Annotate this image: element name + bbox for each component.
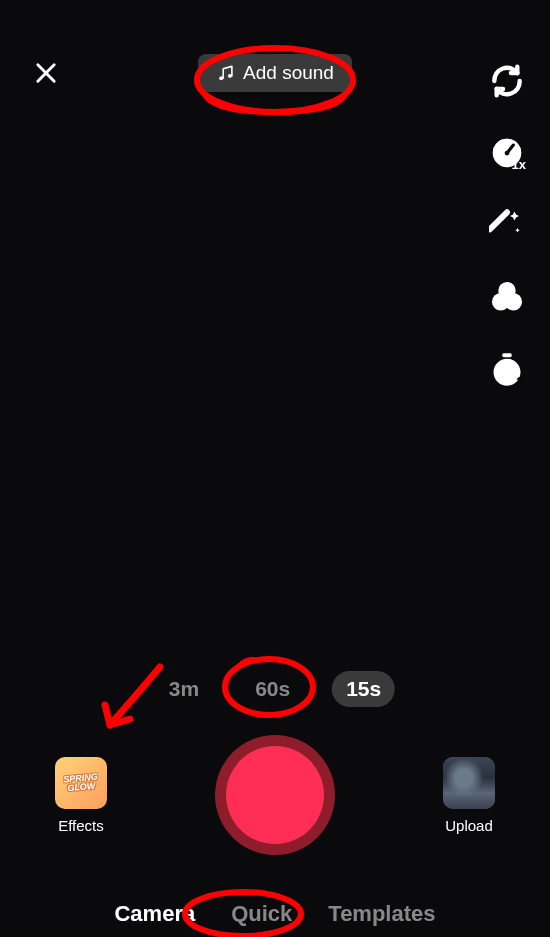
svg-point-1 bbox=[228, 73, 232, 77]
timer-label: 3 bbox=[516, 374, 524, 390]
upload-label: Upload bbox=[445, 817, 493, 834]
svg-rect-5 bbox=[489, 208, 511, 233]
mode-quick[interactable]: Quick bbox=[231, 901, 292, 927]
flip-icon bbox=[488, 62, 526, 100]
timer-button[interactable]: 3 bbox=[486, 348, 528, 390]
record-button-inner bbox=[226, 746, 324, 844]
duration-15s[interactable]: 15s bbox=[332, 671, 395, 707]
record-button[interactable] bbox=[215, 735, 335, 855]
music-icon bbox=[216, 64, 235, 83]
upload-thumbnail bbox=[443, 757, 495, 809]
close-button[interactable] bbox=[28, 55, 64, 91]
beauty-button[interactable] bbox=[486, 204, 528, 246]
flip-camera-button[interactable] bbox=[486, 60, 528, 102]
mode-tabs: Camera Quick Templates bbox=[0, 901, 550, 927]
speed-button[interactable]: 1x bbox=[486, 132, 528, 174]
svg-point-0 bbox=[219, 76, 223, 80]
effects-thumbnail: SPRING GLOW bbox=[55, 757, 107, 809]
mode-templates[interactable]: Templates bbox=[328, 901, 435, 927]
duration-3m[interactable]: 3m bbox=[155, 671, 213, 707]
add-sound-button[interactable]: Add sound bbox=[198, 54, 352, 92]
mode-camera[interactable]: Camera bbox=[114, 901, 195, 927]
magic-wand-icon bbox=[489, 207, 525, 243]
svg-point-4 bbox=[505, 151, 510, 156]
effects-thumbnail-text: SPRING GLOW bbox=[55, 771, 107, 793]
effects-label: Effects bbox=[58, 817, 104, 834]
filters-icon bbox=[488, 278, 526, 316]
svg-point-8 bbox=[505, 293, 522, 310]
add-sound-label: Add sound bbox=[243, 62, 334, 84]
close-icon bbox=[32, 59, 60, 87]
duration-60s[interactable]: 60s bbox=[241, 671, 304, 707]
svg-rect-9 bbox=[502, 353, 512, 357]
upload-button[interactable]: Upload bbox=[443, 757, 495, 834]
speed-label: 1x bbox=[512, 157, 526, 172]
effects-button[interactable]: SPRING GLOW Effects bbox=[55, 757, 107, 834]
filters-button[interactable] bbox=[486, 276, 528, 318]
duration-selector: 3m 60s 15s bbox=[155, 671, 395, 707]
